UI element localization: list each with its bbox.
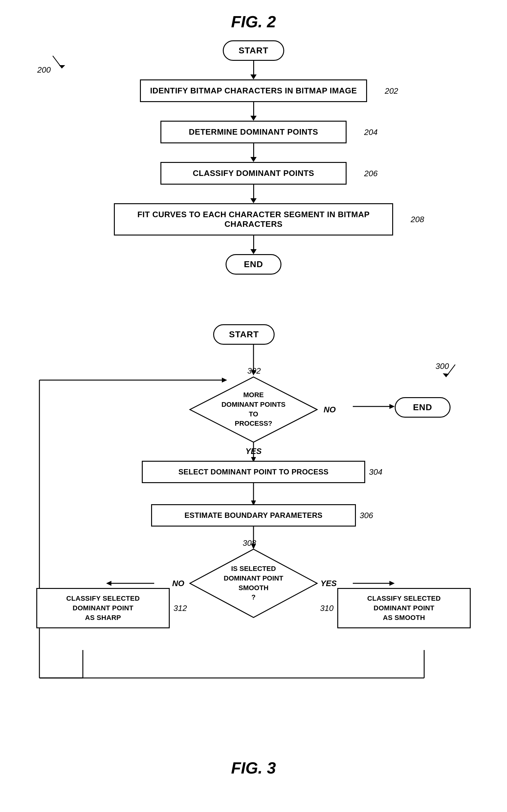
fig3-node-304-wrapper: SELECT DOMINANT POINT TO PROCESS 304 [142, 461, 365, 483]
ref-302: 302 [247, 366, 261, 376]
svg-marker-13 [106, 581, 111, 586]
fig2-node-202-wrapper: IDENTIFY BITMAP CHARACTERS IN BITMAP IMA… [140, 79, 368, 102]
arrow-line [253, 102, 254, 116]
arrow-head [250, 116, 257, 121]
ref-306: 306 [359, 510, 373, 520]
arrow-head [250, 157, 257, 162]
section-divider [19, 299, 488, 318]
fig3-node-312-wrapper: CLASSIFY SELECTEDDOMINANT POINTAS SHARP … [36, 588, 170, 628]
fig2-node-206: CLASSIFY DOMINANT POINTS [160, 162, 347, 185]
fig3-section: 300 START MOREDOMINANT POINTS TOPROCESS?… [19, 318, 488, 777]
arrow-2 [250, 102, 257, 121]
arrow-line [253, 143, 254, 157]
no-label-302: NO [324, 405, 336, 414]
fig2-start-node: START [223, 40, 284, 61]
svg-marker-22 [389, 404, 395, 409]
fig2-end-node: END [226, 254, 281, 275]
fig2-end-terminal: END [226, 254, 281, 275]
fig3-end-wrapper: END [395, 397, 451, 418]
fig3-node-306-wrapper: ESTIMATE BOUNDARY PARAMETERS 306 [151, 504, 356, 527]
fig2-node-208: FIT CURVES TO EACH CHARACTER SEGMENT IN … [114, 203, 393, 235]
ref-300-arrow [430, 361, 461, 380]
arrow-1 [250, 61, 257, 79]
fig3-diamond-308-wrapper: IS SELECTEDDOMINANT POINT SMOOTH? 308 YE… [188, 547, 319, 619]
svg-marker-24 [443, 373, 449, 377]
svg-marker-11 [389, 581, 395, 586]
arrow-head [250, 249, 257, 254]
fig2-node-206-wrapper: CLASSIFY DOMINANT POINTS 206 [160, 162, 347, 185]
ref-202: 202 [385, 86, 398, 96]
ref-206: 206 [364, 169, 378, 178]
fig3-start-wrapper: START [213, 324, 275, 345]
fig3-node-310: CLASSIFY SELECTEDDOMINANT POINTAS SMOOTH [337, 588, 471, 628]
arrow-head [250, 74, 257, 79]
fig3-node-304: SELECT DOMINANT POINT TO PROCESS [142, 461, 365, 483]
fig3-node-310-wrapper: CLASSIFY SELECTEDDOMINANT POINTAS SMOOTH… [337, 588, 471, 628]
ref-312: 312 [173, 603, 187, 613]
arrow-4 [250, 185, 257, 203]
ref-308: 308 [243, 538, 256, 548]
arrow-line [253, 61, 254, 74]
arrow-5 [250, 235, 257, 254]
ref-310: 310 [320, 603, 334, 613]
yes-label-308: YES [321, 579, 337, 588]
page: FIG. 2 200 START IDE [0, 0, 507, 812]
fig2-flowchart: START IDENTIFY BITMAP CHARACTERS IN BITM… [19, 40, 488, 275]
arrow-line [253, 185, 254, 198]
ref-204: 204 [364, 127, 378, 137]
fig2-start-terminal: START [223, 40, 284, 61]
yes-label-302: YES [245, 447, 262, 456]
fig3-node-312: CLASSIFY SELECTEDDOMINANT POINTAS SHARP [36, 588, 170, 628]
fig2-section: FIG. 2 200 START IDE [19, 12, 488, 275]
fig3-title: FIG. 3 [19, 759, 488, 777]
ref-208: 208 [411, 215, 424, 224]
fig3-node-306: ESTIMATE BOUNDARY PARAMETERS [151, 504, 356, 527]
fig2-flow-container: 200 START IDENTIFY BITMAP CHARACTERS [19, 40, 488, 275]
fig3-end-terminal: END [395, 397, 451, 418]
fig3-decision-308-text: IS SELECTEDDOMINANT POINT SMOOTH? [216, 564, 291, 602]
fig3-start-terminal: START [213, 324, 275, 345]
fig2-node-208-wrapper: FIT CURVES TO EACH CHARACTER SEGMENT IN … [114, 203, 393, 235]
fig3-diamond-302-wrapper: MOREDOMINANT POINTS TOPROCESS? 302 YES N… [188, 375, 319, 444]
arrow-3 [250, 143, 257, 162]
fig3-decision-302-text: MOREDOMINANT POINTS TOPROCESS? [219, 390, 288, 428]
no-label-308: NO [172, 579, 184, 588]
ref-304: 304 [369, 467, 382, 477]
fig3-flow: 300 START MOREDOMINANT POINTS TOPROCESS?… [21, 318, 486, 746]
fig2-node-204-wrapper: DETERMINE DOMINANT POINTS 204 [160, 121, 347, 143]
fig2-node-202: IDENTIFY BITMAP CHARACTERS IN BITMAP IMA… [140, 79, 368, 102]
arrow-line [253, 235, 254, 249]
fig2-title: FIG. 2 [19, 12, 488, 31]
arrow-head [250, 198, 257, 203]
fig2-node-204: DETERMINE DOMINANT POINTS [160, 121, 347, 143]
